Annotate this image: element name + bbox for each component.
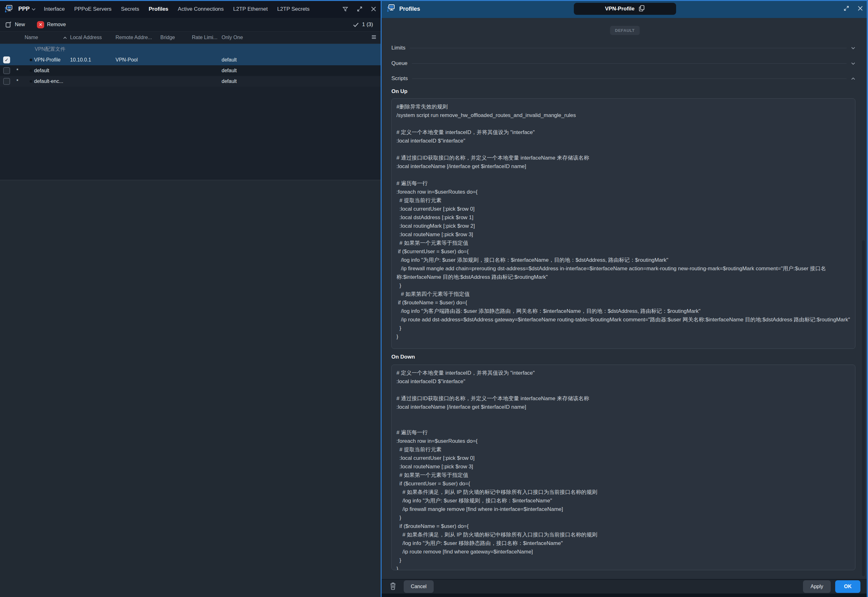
filter-icon[interactable] xyxy=(342,6,348,12)
chevron-down-icon[interactable] xyxy=(851,45,855,51)
default-button[interactable]: DEFAULT xyxy=(610,26,639,35)
chevron-down-icon[interactable] xyxy=(31,6,36,12)
panel-divider xyxy=(381,0,382,597)
tab-l2tp-ethernet[interactable]: L2TP Ethernet xyxy=(233,6,268,12)
status-dot xyxy=(30,69,32,72)
remove-x-icon: ✕ xyxy=(37,21,44,28)
status-dot xyxy=(30,59,32,61)
table-row[interactable]: * default-enc... default xyxy=(0,76,381,87)
apply-button[interactable]: Apply xyxy=(803,580,831,593)
table-row[interactable]: * default default xyxy=(0,65,381,76)
tab-interface[interactable]: Interface xyxy=(44,6,65,12)
columns-menu-icon[interactable] xyxy=(372,35,376,40)
window-right-border xyxy=(867,0,868,597)
table-empty-area xyxy=(0,87,381,180)
column-local-address[interactable]: Local Address xyxy=(70,35,102,40)
section-queue[interactable]: Queue xyxy=(392,58,855,68)
detail-title: Profiles xyxy=(399,6,420,12)
tab-l2tp-secrets[interactable]: L2TP Secrets xyxy=(277,6,310,12)
table-header-row: Name Local Address Remote Addre... Bridg… xyxy=(0,31,381,44)
scrollbar-thumb[interactable] xyxy=(862,240,865,576)
expand-icon[interactable] xyxy=(843,5,849,13)
sort-ascending-icon[interactable] xyxy=(63,35,67,40)
column-remote-address[interactable]: Remote Addre... xyxy=(116,35,152,40)
profiles-table: New ✕ Remove 1 (3) Name Local Address Re… xyxy=(0,18,381,180)
table-row[interactable]: ✓ VPN-Profile 10.10.0.1 VPN-Pool default xyxy=(0,55,381,65)
copy-icon[interactable] xyxy=(639,5,645,13)
new-document-icon xyxy=(5,21,12,28)
selection-count: 1 (3) xyxy=(353,21,373,28)
tab-active-connections[interactable]: Active Connections xyxy=(178,6,224,12)
window-bottom-edge xyxy=(382,594,868,597)
remove-button[interactable]: ✕ Remove xyxy=(37,21,66,28)
on-up-script-input[interactable]: #删除异常失效的规则 /system script run remove_hw_… xyxy=(392,98,855,349)
cancel-button[interactable]: Cancel xyxy=(404,580,434,593)
column-bridge[interactable]: Bridge xyxy=(160,35,175,40)
section-divider xyxy=(412,79,847,79)
expand-icon[interactable] xyxy=(357,6,363,12)
on-down-label: On Down xyxy=(392,354,415,360)
close-icon[interactable] xyxy=(858,6,863,12)
chevron-up-icon[interactable] xyxy=(851,76,855,82)
profiles-list-panel: PPP Interface PPPoE Servers Secrets Prof… xyxy=(0,0,381,597)
ok-button[interactable]: OK xyxy=(835,580,861,593)
entity-name-pill[interactable]: VPN-Profile xyxy=(574,3,676,15)
tab-pppoe-servers[interactable]: PPPoE Servers xyxy=(74,6,112,12)
ppp-app-icon[interactable] xyxy=(4,4,15,14)
section-scripts[interactable]: Scripts xyxy=(392,73,855,83)
row-checkbox-unchecked[interactable] xyxy=(3,67,10,74)
app-menu-ppp[interactable]: PPP xyxy=(18,6,30,12)
on-up-label: On Up xyxy=(392,88,408,95)
trash-icon[interactable] xyxy=(389,582,397,591)
tab-secrets[interactable]: Secrets xyxy=(121,6,139,12)
row-checkbox-unchecked[interactable] xyxy=(3,78,10,85)
profiles-monitor-icon xyxy=(387,4,396,14)
on-down-script-input[interactable]: # 定义一个本地变量 interfaceID，并将其值设为 "interface… xyxy=(392,365,855,570)
tab-profiles[interactable]: Profiles xyxy=(149,6,168,12)
column-rate-limit[interactable]: Rate Limi... xyxy=(192,35,217,40)
list-toolbar: New ✕ Remove 1 (3) xyxy=(0,18,381,31)
section-divider xyxy=(410,48,847,48)
row-checkbox-checked[interactable]: ✓ xyxy=(3,56,10,63)
detail-footer: Cancel Apply OK xyxy=(382,579,868,594)
column-only-one[interactable]: Only One xyxy=(222,35,243,40)
close-icon[interactable] xyxy=(371,6,376,12)
column-name[interactable]: Name xyxy=(25,35,38,40)
comment-row[interactable]: VPN配置文件 xyxy=(0,44,381,55)
app-window: PPP Interface PPPoE Servers Secrets Prof… xyxy=(0,0,868,597)
check-icon xyxy=(353,22,359,27)
chevron-down-icon[interactable] xyxy=(851,61,855,66)
profile-detail-panel: Profiles VPN-Profile xyxy=(382,0,868,597)
section-divider xyxy=(412,63,847,64)
detail-header: Profiles VPN-Profile xyxy=(382,0,868,18)
new-button[interactable]: New xyxy=(5,21,25,28)
status-dot xyxy=(30,80,32,83)
section-limits[interactable]: Limits xyxy=(392,43,855,53)
window-top-border xyxy=(0,0,868,1)
menu-bar: PPP Interface PPPoE Servers Secrets Prof… xyxy=(0,0,381,18)
